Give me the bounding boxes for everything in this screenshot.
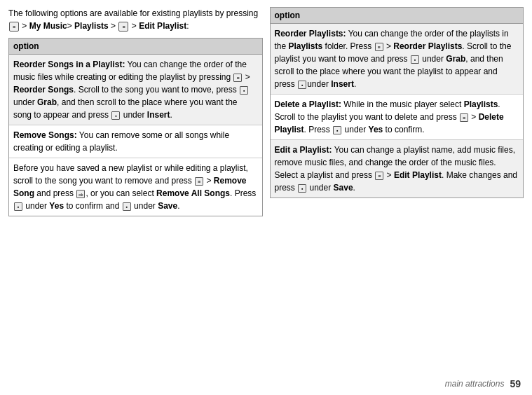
menu-icon: ≡: [233, 74, 242, 82]
table-row: Reorder Songs in a Playlist: You can cha…: [9, 55, 262, 125]
select-icon-2: ▪: [298, 81, 306, 89]
select-icon: ▪: [240, 86, 248, 95]
footer-page: 59: [510, 378, 521, 389]
footer: main attractions 59: [0, 375, 532, 395]
select-icon: ▪: [411, 55, 419, 64]
table-row: Delete a Playlist: While in the music pl…: [271, 95, 524, 140]
row-label: Delete a Playlist:: [275, 99, 341, 109]
right-column: option Reorder Playlists: You can change…: [270, 7, 524, 368]
select-icon: ▪: [14, 202, 22, 211]
table-row: Edit a Playlist: You can change a playli…: [271, 140, 524, 198]
menu-icon: ≡: [460, 113, 468, 122]
ok-icon: ok: [76, 190, 85, 198]
select-icon: ▪: [333, 126, 341, 134]
table-row: Before you have saved a new playlist or …: [9, 158, 262, 216]
menu-icon-1: ≡: [9, 22, 19, 32]
menu-icon: ≡: [375, 43, 383, 51]
table-row: Remove Songs: You can remove some or all…: [9, 125, 262, 158]
table-row: Reorder Playlists: You can change the or…: [271, 24, 524, 95]
right-table-header: option: [271, 8, 524, 24]
left-table-header: option: [9, 39, 262, 55]
menu-icon: ≡: [195, 177, 203, 186]
row-label: Reorder Songs in a Playlist:: [13, 60, 125, 69]
select-icon: ▪: [298, 184, 306, 193]
right-table: option Reorder Playlists: You can change…: [270, 7, 524, 198]
row-label: Reorder Playlists:: [275, 29, 346, 39]
left-column: The following options are available for …: [8, 7, 263, 368]
menu-icon-2: ≡: [118, 22, 128, 32]
menu-icon: ≡: [375, 172, 383, 180]
select-icon-2: ▪: [111, 111, 120, 120]
row-label: Remove Songs:: [13, 130, 77, 140]
row-label: Edit a Playlist:: [275, 145, 332, 155]
footer-label: main attractions: [445, 379, 505, 389]
left-table: option Reorder Songs in a Playlist: You …: [8, 38, 263, 216]
select-icon-2: ▪: [123, 202, 131, 211]
intro-text: The following options are available for …: [8, 7, 263, 32]
